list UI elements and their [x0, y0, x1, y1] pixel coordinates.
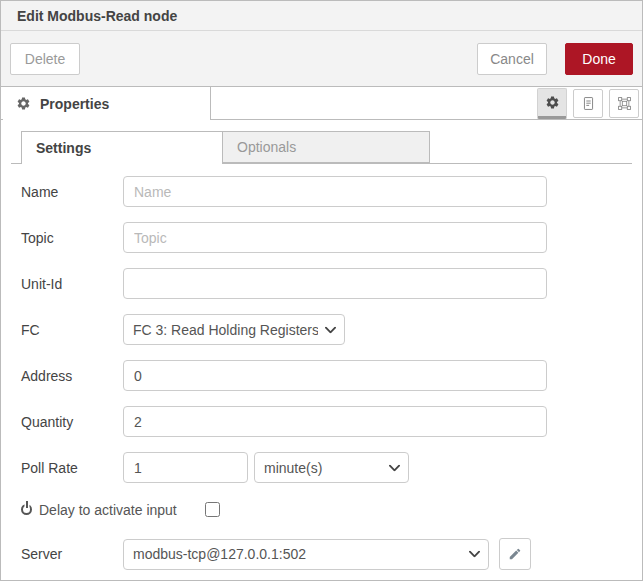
tab-properties-label: Properties	[40, 96, 109, 112]
edit-node-dialog: Edit Modbus-Read node Delete Cancel Done…	[0, 0, 643, 581]
tab-optionals[interactable]: Optionals	[223, 131, 430, 163]
cancel-button[interactable]: Cancel	[477, 43, 547, 75]
appearance-button[interactable]	[609, 89, 639, 118]
server-row: Server modbus-tcp@127.0.0.1:502	[21, 538, 642, 570]
topic-label: Topic	[21, 230, 123, 246]
dialog-title: Edit Modbus-Read node	[17, 8, 177, 24]
name-row: Name	[21, 176, 642, 207]
pencil-icon	[508, 547, 522, 561]
unit-id-row: Unit-Id	[21, 268, 642, 299]
delay-checkbox[interactable]	[205, 502, 220, 517]
gear-icon	[545, 95, 560, 110]
name-input[interactable]	[123, 176, 547, 207]
editor-icon-buttons	[537, 87, 642, 119]
address-input[interactable]	[123, 360, 547, 391]
fc-select[interactable]: FC 3: Read Holding Registers	[123, 314, 345, 345]
settings-tab-bar: Settings Optionals	[11, 131, 632, 164]
unit-id-label: Unit-Id	[21, 276, 123, 292]
server-select[interactable]: modbus-tcp@127.0.0.1:502	[123, 539, 489, 570]
server-label: Server	[21, 546, 123, 562]
poll-rate-input[interactable]	[123, 452, 248, 483]
properties-gear-button[interactable]	[537, 88, 567, 119]
address-label: Address	[21, 368, 123, 384]
poll-rate-label: Poll Rate	[21, 460, 123, 476]
topic-input[interactable]	[123, 222, 547, 253]
description-button[interactable]	[573, 89, 603, 118]
gear-icon	[16, 96, 31, 111]
poll-rate-unit-select[interactable]: minute(s)	[254, 452, 409, 483]
topic-row: Topic	[21, 222, 642, 253]
delay-row: Delay to activate input	[21, 499, 642, 520]
quantity-label: Quantity	[21, 414, 123, 430]
poll-rate-row: Poll Rate minute(s)	[21, 452, 642, 483]
edit-server-button[interactable]	[499, 538, 531, 570]
tab-properties[interactable]: Properties	[3, 87, 211, 120]
dialog-header: Edit Modbus-Read node	[1, 1, 642, 31]
address-row: Address	[21, 360, 642, 391]
quantity-input[interactable]	[123, 406, 547, 437]
fc-label: FC	[21, 322, 123, 338]
tab-settings[interactable]: Settings	[21, 131, 223, 164]
document-icon	[581, 96, 596, 111]
name-label: Name	[21, 184, 123, 200]
delay-label: Delay to activate input	[39, 502, 177, 518]
quantity-row: Quantity	[21, 406, 642, 437]
editor-tab-bar: Properties	[1, 87, 642, 120]
settings-form: Name Topic Unit-Id FC FC 3: Read Holding…	[1, 164, 642, 570]
dialog-toolbar: Delete Cancel Done	[1, 31, 642, 87]
delete-button[interactable]: Delete	[10, 43, 80, 75]
fc-row: FC FC 3: Read Holding Registers	[21, 314, 642, 345]
unit-id-input[interactable]	[123, 268, 547, 299]
expand-icon	[617, 96, 632, 111]
done-button[interactable]: Done	[565, 43, 633, 75]
power-icon	[21, 504, 32, 515]
